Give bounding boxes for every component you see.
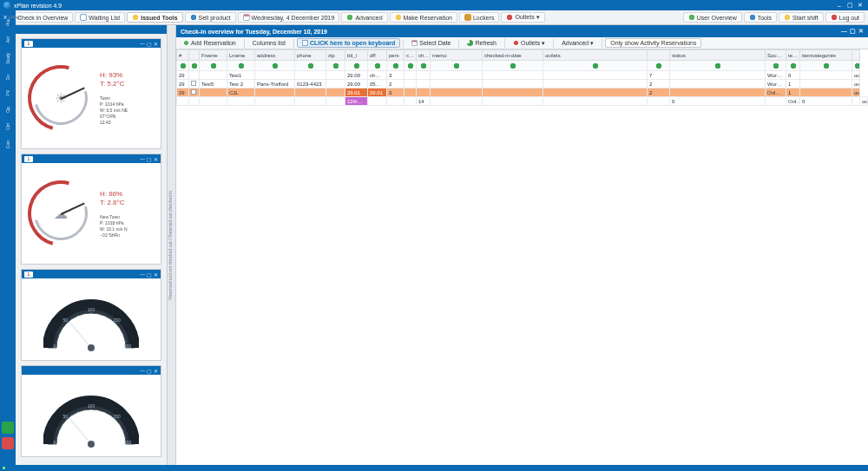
toolbar-refresh[interactable]: Refresh xyxy=(462,38,502,48)
card-close-icon[interactable]: ✕ xyxy=(154,271,158,278)
card-min-icon[interactable]: — xyxy=(140,271,145,278)
cell[interactable] xyxy=(852,97,860,106)
cell[interactable] xyxy=(189,88,200,97)
cell[interactable]: 0 xyxy=(786,71,800,80)
panel-restore-icon[interactable]: ▢ xyxy=(850,28,856,35)
cell[interactable]: 29.00 xyxy=(345,71,368,80)
cell[interactable]: 0123-4423 xyxy=(295,80,326,88)
column-header[interactable]: memo xyxy=(431,50,483,61)
cell[interactable] xyxy=(852,61,860,71)
cell[interactable]: ch… xyxy=(368,71,387,80)
table-row[interactable]: 29Test129.00ch…37Wor…0outa xyxy=(177,71,868,80)
cell[interactable] xyxy=(431,88,483,97)
cell[interactable]: Onl… xyxy=(786,97,800,106)
cell[interactable] xyxy=(766,61,786,71)
cell[interactable] xyxy=(431,97,483,106)
card-min-icon[interactable]: — xyxy=(140,156,145,162)
card-min-icon[interactable]: — xyxy=(140,368,145,374)
column-header[interactable]: itemcategories xyxy=(800,50,852,61)
filter-icon[interactable] xyxy=(374,62,381,69)
cell[interactable] xyxy=(483,80,543,88)
filter-icon[interactable] xyxy=(823,62,830,69)
cell[interactable] xyxy=(670,71,766,80)
filter-icon[interactable] xyxy=(592,62,599,69)
card-min-icon[interactable]: — xyxy=(140,41,145,47)
ribbon-user-overview[interactable]: User Overview xyxy=(683,12,742,23)
ribbon-issued-tools[interactable]: Issued Tools xyxy=(127,12,182,23)
cell[interactable]: outa xyxy=(852,88,860,97)
cell[interactable]: 3 xyxy=(387,71,404,80)
pin-gutter[interactable]: Reserved tool not checked out / Returned… xyxy=(168,25,176,465)
filter-icon[interactable] xyxy=(510,62,516,69)
cell[interactable] xyxy=(326,61,345,71)
cell[interactable] xyxy=(648,61,670,71)
cell[interactable]: CJL xyxy=(227,88,255,97)
cell[interactable]: 29.00 xyxy=(345,80,368,88)
close-button[interactable]: ✕ xyxy=(856,2,865,9)
cell[interactable] xyxy=(543,61,648,71)
cell[interactable] xyxy=(431,71,483,80)
column-header[interactable]: te… xyxy=(786,50,800,61)
column-header[interactable]: zip xyxy=(326,50,345,61)
card-max-icon[interactable]: ▢ xyxy=(147,156,152,162)
cell[interactable] xyxy=(200,97,227,106)
rail-item[interactable]: Con xyxy=(5,141,10,148)
card-close-icon[interactable]: ✕ xyxy=(154,156,158,162)
filter-icon[interactable] xyxy=(453,62,460,69)
cell[interactable] xyxy=(189,97,200,106)
column-header[interactable]: outlets xyxy=(543,50,648,61)
panel-minimize-icon[interactable]: — xyxy=(841,28,847,35)
filter-icon[interactable] xyxy=(420,62,427,69)
ribbon-log-out[interactable]: Log out xyxy=(825,12,865,23)
cell[interactable] xyxy=(670,80,766,88)
cell[interactable] xyxy=(417,61,431,71)
rail-item[interactable]: Act xyxy=(5,36,10,43)
cell[interactable] xyxy=(295,88,326,97)
column-header[interactable]: Sou… xyxy=(766,50,786,61)
cell[interactable] xyxy=(431,80,483,88)
cell[interactable] xyxy=(543,97,648,106)
ribbon-wednesday-4-december-2019[interactable]: Wednesday, 4 December 2019 xyxy=(238,12,340,23)
cell[interactable]: Test5 xyxy=(200,80,227,88)
rail-item[interactable]: Do xyxy=(5,75,10,80)
column-header[interactable]: ch… xyxy=(417,50,431,61)
cell[interactable]: 0 xyxy=(800,97,852,106)
cell[interactable] xyxy=(326,88,345,97)
card-max-icon[interactable]: ▢ xyxy=(147,41,152,47)
cell[interactable] xyxy=(648,97,670,106)
table-row[interactable]: 12th…140Onl…0outa xyxy=(177,97,868,106)
cell[interactable] xyxy=(670,88,766,97)
column-header[interactable]: btl_i xyxy=(345,50,368,61)
cell[interactable] xyxy=(255,97,295,106)
toolbar-columns-list[interactable]: Columns list xyxy=(247,38,291,48)
cell[interactable]: Onl… xyxy=(766,88,786,97)
cell[interactable] xyxy=(543,71,648,80)
card-max-icon[interactable]: ▢ xyxy=(147,368,152,374)
cell[interactable] xyxy=(200,71,227,80)
cell[interactable]: 29 xyxy=(177,71,189,80)
cell[interactable] xyxy=(189,71,200,80)
checkbox-icon[interactable] xyxy=(191,89,196,95)
cell[interactable] xyxy=(295,97,326,106)
table-row[interactable]: 29Test5Test 2Paris-Trafford0123-442329.0… xyxy=(177,80,868,88)
table-row[interactable]: 29CJL29.0129.0132Onl…1outa xyxy=(177,88,868,97)
cell[interactable] xyxy=(543,80,648,88)
cell[interactable] xyxy=(189,61,200,71)
cell[interactable] xyxy=(189,80,200,88)
card-max-icon[interactable]: ▢ xyxy=(147,271,152,278)
cell[interactable] xyxy=(800,71,852,80)
cell[interactable] xyxy=(177,61,189,71)
ribbon-advanced[interactable]: Advanced xyxy=(341,12,387,23)
cell[interactable] xyxy=(800,61,852,71)
filter-icon[interactable] xyxy=(773,62,779,69)
column-header[interactable]: Fname xyxy=(200,50,227,61)
cell[interactable]: 29.01 xyxy=(345,88,368,97)
cell[interactable]: 7 xyxy=(648,71,670,80)
cell[interactable]: 3 xyxy=(387,88,404,97)
filter-icon[interactable] xyxy=(392,62,399,69)
ribbon-sell-product[interactable]: Sell product xyxy=(185,12,236,23)
cell[interactable] xyxy=(295,61,326,71)
cell[interactable] xyxy=(800,80,852,88)
rail-item[interactable]: PV xyxy=(5,90,10,96)
cell[interactable] xyxy=(177,97,189,106)
